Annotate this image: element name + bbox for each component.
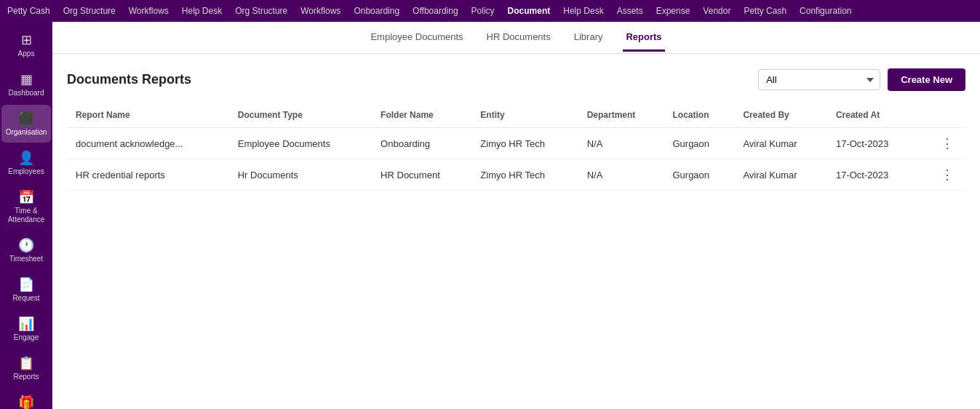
top-nav-item-expense[interactable]: Expense — [656, 6, 690, 16]
cell-folder-name: HR Document — [372, 159, 471, 191]
page-title: Documents Reports — [67, 72, 191, 87]
col-header-entity: Entity — [471, 103, 578, 128]
create-new-button[interactable]: Create New — [888, 68, 965, 91]
sub-tabs-bar: Employee DocumentsHR DocumentsLibraryRep… — [52, 22, 980, 54]
tab-hr-documents[interactable]: HR Documents — [484, 24, 554, 52]
sidebar-item-time-attendance[interactable]: 📅Time & Attendance — [1, 183, 51, 230]
apps-icon: ⊞ — [21, 32, 32, 48]
table-header-row: Report NameDocument TypeFolder NameEntit… — [67, 103, 965, 128]
cell-document-type: Hr Documents — [229, 159, 372, 191]
table-body: document acknowledge...Employee Document… — [67, 128, 965, 191]
sidebar-item-timesheet[interactable]: 🕐Timesheet — [1, 231, 51, 269]
top-nav-item-help-desk[interactable]: Help Desk — [182, 6, 222, 16]
col-header-location: Location — [664, 103, 734, 128]
col-header-created-at: Created At — [827, 103, 918, 128]
sidebar: ⊞Apps▦Dashboard⬛Organisation👤Employees📅T… — [0, 22, 52, 409]
col-header-department: Department — [578, 103, 664, 128]
content-area: Employee DocumentsHR DocumentsLibraryRep… — [52, 22, 980, 409]
row-actions-button[interactable]: ⋮ — [938, 168, 957, 181]
cell-document-type: Employee Documents — [229, 128, 372, 159]
request-icon: 📄 — [18, 277, 34, 293]
sidebar-label-employees: Employees — [8, 167, 44, 176]
cell-report-name: HR credential reports — [67, 159, 229, 191]
time-attendance-icon: 📅 — [18, 189, 34, 205]
tab-employee-documents[interactable]: Employee Documents — [367, 24, 466, 52]
sidebar-label-apps: Apps — [18, 49, 35, 58]
table-row: HR credential reportsHr DocumentsHR Docu… — [67, 159, 965, 191]
table-head: Report NameDocument TypeFolder NameEntit… — [67, 103, 965, 128]
cell-location: Gurgaon — [664, 128, 734, 159]
page-header: Documents Reports AllEmployee DocumentsH… — [67, 68, 965, 91]
sidebar-item-engage[interactable]: 📊Engage — [1, 310, 51, 348]
page-content: Documents Reports AllEmployee DocumentsH… — [52, 54, 980, 409]
top-nav-item-vendor[interactable]: Vendor — [703, 6, 730, 16]
documents-reports-table: Report NameDocument TypeFolder NameEntit… — [67, 103, 965, 191]
tab-library[interactable]: Library — [571, 24, 606, 52]
header-right: AllEmployee DocumentsHR Documents Create… — [758, 68, 965, 91]
sidebar-item-apps[interactable]: ⊞Apps — [1, 26, 51, 64]
top-nav-item-petty-cash[interactable]: Petty Cash — [744, 6, 786, 16]
col-header-document-type: Document Type — [229, 103, 372, 128]
cell-created-by: Aviral Kumar — [734, 159, 827, 191]
col-header-report-name: Report Name — [67, 103, 229, 128]
sidebar-label-request: Request — [12, 294, 39, 303]
organisation-icon: ⬛ — [18, 111, 34, 127]
top-nav-item-petty-cash[interactable]: Petty Cash — [7, 6, 50, 16]
col-header-folder-name: Folder Name — [372, 103, 471, 128]
top-nav-item-policy[interactable]: Policy — [471, 6, 495, 16]
top-nav-item-workflows[interactable]: Workflows — [129, 6, 169, 16]
cell-entity: Zimyo HR Tech — [471, 159, 578, 191]
cell-created-at: 17-Oct-2023 — [827, 128, 918, 159]
cell-folder-name: Onboarding — [372, 128, 471, 159]
top-nav-item-org-structure[interactable]: Org Structure — [63, 6, 116, 16]
engage-icon: 📊 — [18, 316, 34, 332]
benefits-icon: 🎁 — [18, 394, 34, 409]
col-header-actions — [918, 103, 965, 128]
timesheet-icon: 🕐 — [18, 237, 34, 253]
reports-icon: 📋 — [18, 355, 34, 371]
sidebar-label-organisation: Organisation — [6, 128, 47, 137]
top-nav-item-offboarding[interactable]: Offboarding — [413, 6, 458, 16]
sidebar-label-engage: Engage — [14, 333, 39, 342]
dashboard-icon: ▦ — [20, 71, 33, 87]
sidebar-label-reports: Reports — [13, 373, 39, 381]
top-nav-item-document[interactable]: Document — [508, 6, 551, 16]
top-nav-item-onboarding[interactable]: Onboarding — [354, 6, 399, 16]
cell-report-name: document acknowledge... — [67, 128, 229, 159]
col-header-created-by: Created By — [734, 103, 827, 128]
top-nav-item-help-desk[interactable]: Help Desk — [563, 6, 603, 16]
cell-actions: ⋮ — [918, 159, 965, 191]
top-nav-item-assets[interactable]: Assets — [617, 6, 643, 16]
sidebar-item-request[interactable]: 📄Request — [1, 271, 51, 309]
cell-department: N/A — [578, 159, 664, 191]
sidebar-label-time-attendance: Time & Attendance — [6, 207, 47, 224]
top-nav-item-workflows[interactable]: Workflows — [300, 6, 340, 16]
top-nav-item-configuration[interactable]: Configuration — [800, 6, 851, 16]
filter-select[interactable]: AllEmployee DocumentsHR Documents — [758, 69, 880, 90]
sidebar-item-employees[interactable]: 👤Employees — [1, 144, 51, 182]
sidebar-item-benefits[interactable]: 🎁Benefits — [1, 389, 51, 409]
cell-entity: Zimyo HR Tech — [471, 128, 578, 159]
sidebar-label-dashboard: Dashboard — [9, 89, 44, 98]
cell-created-by: Aviral Kumar — [734, 128, 827, 159]
employees-icon: 👤 — [18, 150, 34, 166]
table-row: document acknowledge...Employee Document… — [67, 128, 965, 159]
top-navigation: Petty CashOrg StructureWorkflowsHelp Des… — [0, 0, 980, 22]
sidebar-item-dashboard[interactable]: ▦Dashboard — [1, 65, 51, 103]
cell-department: N/A — [578, 128, 664, 159]
cell-created-at: 17-Oct-2023 — [827, 159, 918, 191]
cell-location: Gurgaon — [664, 159, 734, 191]
top-nav-item-org-structure[interactable]: Org Structure — [235, 6, 287, 16]
cell-actions: ⋮ — [918, 128, 965, 159]
sidebar-item-organisation[interactable]: ⬛Organisation — [1, 105, 51, 143]
sidebar-item-reports[interactable]: 📋Reports — [1, 349, 51, 387]
tab-reports[interactable]: Reports — [623, 24, 664, 52]
sidebar-label-timesheet: Timesheet — [9, 255, 43, 263]
row-actions-button[interactable]: ⋮ — [938, 137, 957, 150]
